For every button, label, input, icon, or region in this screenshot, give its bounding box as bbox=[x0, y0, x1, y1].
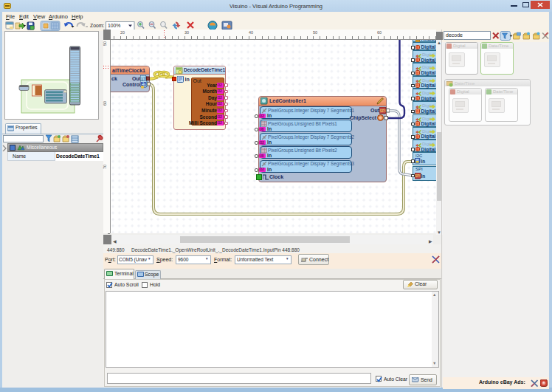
svg-text:E5: E5 bbox=[141, 81, 147, 86]
svg-text:SPI: SPI bbox=[415, 174, 420, 178]
svg-text:SPI: SPI bbox=[380, 109, 386, 113]
